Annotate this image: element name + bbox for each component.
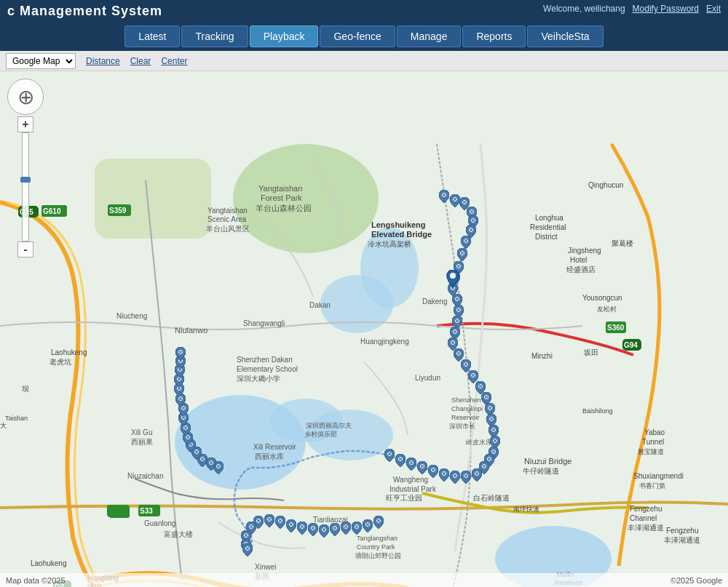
svg-text:深圳西丽高尔夫: 深圳西丽高尔夫 [306,422,352,429]
svg-text:Yangtaishan: Yangtaishan [207,207,248,215]
svg-text:西丽果: 西丽果 [131,438,153,446]
svg-text:Laohukeng: Laohukeng [31,559,67,567]
svg-text:羊台山风景区: 羊台山风景区 [206,225,250,233]
svg-text:大: 大 [0,422,7,429]
svg-text:Guanlong: Guanlong [144,519,175,527]
svg-text:Xili Gu: Xili Gu [131,428,152,436]
svg-text:Niuzaichan: Niuzaichan [127,472,163,480]
zoom-thumb [20,177,31,183]
nav-manage[interactable]: Manage [397,25,462,47]
svg-text:牛仔岭隧道: 牛仔岭隧道 [523,467,559,475]
svg-text:Tanglangshan: Tanglangshan [357,535,397,542]
svg-text:G610: G610 [43,207,61,215]
svg-text:白石岭隧道: 白石岭隧道 [473,494,510,502]
svg-text:Baishilong: Baishilong [582,407,613,415]
nav-latest[interactable]: Latest [124,25,180,47]
nav-veihclesta[interactable]: VeihcleSta [527,25,603,47]
svg-text:Yabao: Yabao [644,428,665,436]
zoom-slider[interactable] [22,132,29,241]
svg-text:冷水坑高架桥: 冷水坑高架桥 [368,240,411,248]
svg-text:乡村俱乐部: 乡村俱乐部 [304,431,337,438]
svg-text:Niulanwo: Niulanwo [175,326,207,335]
svg-text:Dakeng: Dakeng [422,298,447,306]
modify-password-link[interactable]: Modify Password [633,4,699,14]
svg-text:Longhua: Longhua [535,214,563,222]
svg-text:Shuxiangmendi: Shuxiangmendi [633,472,684,480]
zoom-in-button[interactable]: + [17,116,33,132]
svg-point-7 [233,144,379,253]
svg-text:Changlínpi: Changlínpi [451,405,483,412]
svg-text:Huangjingkeng: Huangjingkeng [360,338,409,346]
svg-text:S359: S359 [109,207,127,215]
svg-text:旺亨工业园: 旺亨工业园 [386,494,422,502]
svg-text:Hotel: Hotel [570,256,587,264]
svg-text:Fengzehu: Fengzehu [630,505,662,513]
nav-reports[interactable]: Reports [462,25,526,47]
svg-text:羊台山森林公园: 羊台山森林公园 [256,204,312,212]
svg-text:Niuzui Bridge: Niuzui Bridge [524,457,571,466]
svg-text:Residential: Residential [530,223,566,231]
welcome-bar: Welcome, weilichang Modify Password Exit [543,4,721,14]
svg-text:Lengshuikeng: Lengshuikeng [371,220,426,229]
svg-rect-113 [107,505,129,516]
svg-rect-8 [95,159,211,239]
center-link[interactable]: Center [161,56,187,66]
copyright-label: ©2025 Google [670,576,722,585]
svg-text:Scenic Area: Scenic Area [207,215,247,223]
nav-tracking[interactable]: Tracking [181,25,248,47]
clear-link[interactable]: Clear [130,56,151,66]
pan-button[interactable] [7,79,44,115]
svg-text:深圳市长: 深圳市长 [449,423,475,430]
svg-text:S33: S33 [140,507,153,515]
svg-text:Yangtaishan: Yangtaishan [258,184,302,193]
pan-control[interactable]: + - [7,79,44,257]
svg-text:Industrial Park: Industrial Park [389,485,437,493]
nav-geo-fence[interactable]: Geo-fence [320,25,395,47]
svg-text:Forest Park: Forest Park [261,193,302,202]
app-title: c Management System [7,4,162,19]
nav-bar: Latest Tracking Playback Geo-fence Manag… [0,22,728,51]
distance-link[interactable]: Distance [86,56,120,66]
header: c Management System Welcome, weilichang … [0,0,728,22]
svg-text:岭皮水库: 岭皮水库 [466,439,492,446]
svg-text:Xinwei: Xinwei [255,563,276,571]
svg-text:丰泽湖通道: 丰泽湖通道 [628,524,664,532]
svg-text:Reservoir: Reservoir [451,414,480,421]
svg-text:丰泽湖通道: 丰泽湖通道 [664,536,700,544]
svg-point-6 [320,275,393,333]
svg-text:Shenzhen Dakan: Shenzhen Dakan [237,356,293,364]
map-container[interactable]: Yangtaishan Forest Park 羊台山森林公园 Yangtais… [0,71,728,587]
svg-text:西丽水库: 西丽水库 [255,452,284,460]
map-data-label: Map data ©2025 [6,576,66,585]
svg-text:塘朗山郊野公园: 塘朗山郊野公园 [355,552,401,559]
svg-text:雅宝隧道: 雅宝隧道 [638,448,664,455]
nav-playback[interactable]: Playback [250,25,319,47]
svg-text:Laohukeng: Laohukeng [51,348,87,356]
svg-text:Minzhi: Minzhi [531,352,553,360]
svg-text:Elevated Bridge: Elevated Bridge [371,230,432,239]
svg-text:Jingsheng: Jingsheng [568,247,601,255]
svg-text:南坪快速: 南坪快速 [513,506,539,513]
copyright-bar: Map data ©2025 ©2025 Google [0,573,728,587]
map-type-select[interactable]: Google Map Baidu Map [6,53,76,69]
map-background: Yangtaishan Forest Park 羊台山森林公园 Yangtais… [0,71,728,587]
svg-text:S360: S360 [607,324,625,332]
svg-text:Country Park: Country Park [357,543,395,551]
svg-text:Niucheng: Niucheng [116,312,147,320]
svg-text:Yousongcun: Yousongcun [582,294,622,302]
svg-text:富盛大楼: 富盛大楼 [164,530,193,538]
svg-text:Channel: Channel [630,514,657,522]
svg-text:友松村: 友松村 [597,306,617,313]
svg-text:Shangwangli: Shangwangli [243,319,285,327]
exit-link[interactable]: Exit [706,4,721,14]
svg-text:坂田: 坂田 [583,348,598,356]
svg-text:Tianliaozai: Tianliaozai [313,516,347,524]
svg-text:书香门第: 书香门第 [639,482,665,490]
svg-text:Taishan: Taishan [5,415,28,422]
zoom-out-button[interactable]: - [17,241,33,257]
svg-text:Fengzehu: Fengzehu [666,527,698,535]
svg-text:Liyudun: Liyudun [415,374,440,382]
svg-text:老虎坑: 老虎坑 [50,358,71,366]
svg-text:Tunnel: Tunnel [642,438,664,446]
svg-text:Shenzhen: Shenzhen [451,396,481,404]
